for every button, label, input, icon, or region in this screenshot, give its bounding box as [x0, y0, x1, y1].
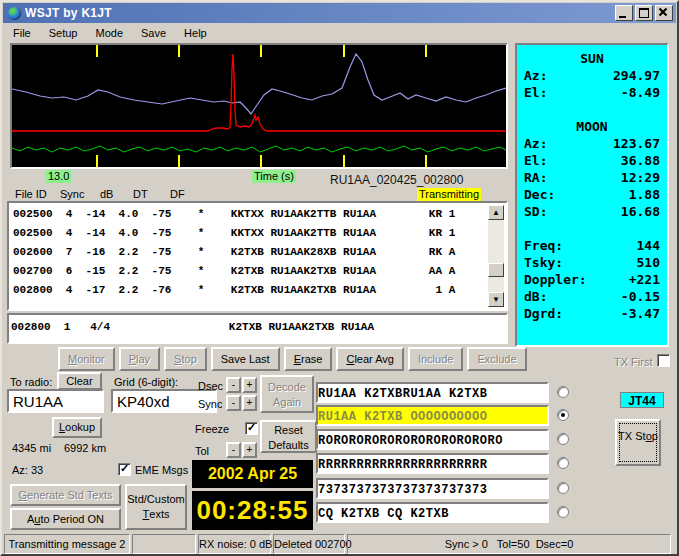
message-field-3[interactable]: RORORORORORORORORORORORO [316, 429, 549, 450]
distance-miles: 4345 mi [12, 442, 51, 454]
dsec-label: Dsec [198, 380, 223, 392]
doppler-label: Doppler: [524, 271, 587, 288]
generate-std-texts-button: Generate Std Texts [10, 484, 121, 506]
scroll-up-icon[interactable]: ▲ [488, 205, 504, 220]
message-field-2[interactable]: RU1AA K2TXB OOOOOOOOOO [316, 405, 549, 426]
message-field-5[interactable]: 7373737373737373737373 [316, 478, 549, 499]
menu-help[interactable]: Help [175, 25, 216, 42]
sync-label: Sync [198, 398, 222, 410]
clear-callsign-button[interactable]: Clear [57, 372, 102, 390]
menubar: File Setup Mode Save Help [4, 25, 675, 42]
close-button[interactable] [655, 5, 673, 21]
col-header-dt: DT [133, 188, 148, 200]
message-radio-5[interactable] [557, 482, 569, 494]
auto-period-button[interactable]: Auto Period ON [10, 508, 121, 530]
maximize-button[interactable] [635, 5, 653, 21]
grid-label: Grid (6-digit): [114, 376, 178, 388]
erase-button[interactable]: Erase [284, 347, 333, 371]
clear-avg-button[interactable]: Clear Avg [336, 347, 404, 371]
tsky-value: 510 [637, 254, 660, 271]
tx-first-checkbox[interactable] [657, 354, 670, 367]
scroll-down-icon[interactable]: ▼ [488, 292, 504, 307]
list-scrollbar[interactable]: ▲ ▼ [488, 205, 504, 307]
moon-ra-value: 12:29 [621, 169, 660, 186]
main-toolbar: Monitor Play Stop Save Last Erase Clear … [58, 347, 527, 371]
mode-badge: JT44 [620, 392, 664, 408]
graph-axis-label: Time (s) [252, 170, 296, 183]
message-radio-3[interactable] [557, 433, 569, 445]
status-rx-noise: RX noise: 0 dB [198, 534, 271, 554]
status-deleted: Deleted 002700 [273, 534, 345, 554]
scroll-thumb[interactable] [488, 263, 504, 277]
sync-plus-button[interactable]: + [242, 395, 257, 411]
save-last-button[interactable]: Save Last [211, 347, 280, 371]
decoded-row[interactable]: 002600 7 -16 2.2 -75 * K2TXB RU1AAK28XB … [11, 243, 488, 262]
sun-az-value: 294.97 [613, 67, 660, 84]
graph-svg [12, 45, 506, 167]
freeze-checkbox[interactable] [245, 422, 258, 435]
average-row: 002800 1 4/4 K2TXB RU1AAK2TXB RU1AA [9, 315, 506, 337]
sun-az-label: Az: [524, 67, 547, 84]
tol-plus-button[interactable]: + [242, 442, 257, 458]
moon-dec-value: 1.88 [629, 186, 660, 203]
window-title: WSJT by K1JT [25, 6, 615, 20]
freeze-label: Freeze [195, 423, 229, 435]
sun-el-label: El: [524, 84, 547, 101]
col-header-sync: Sync [60, 188, 84, 200]
tol-minus-button[interactable]: - [226, 442, 241, 458]
moon-dec-label: Dec: [524, 186, 555, 203]
app-globe-icon [8, 7, 21, 20]
moon-ra-label: RA: [524, 169, 547, 186]
message-radio-1[interactable] [557, 386, 569, 398]
message-field-1[interactable]: RU1AA K2TXBRU1AA K2TXB [316, 382, 549, 403]
exclude-button: Exclude [467, 347, 526, 371]
monitor-button: Monitor [58, 347, 115, 371]
reset-defaults-button[interactable]: Reset Defaults [260, 420, 317, 453]
lookup-button[interactable]: Lookup [52, 417, 102, 438]
dsec-minus-button[interactable]: - [226, 377, 241, 393]
sync-minus-button[interactable]: - [226, 395, 241, 411]
db-label: dB: [524, 288, 547, 305]
maximize-icon [639, 8, 649, 18]
message-field-4[interactable]: RRRRRRRRRRRRRRRRRRRRRR [316, 453, 549, 474]
moon-az-label: Az: [524, 135, 547, 152]
azimuth-label: Az: 33 [12, 464, 43, 476]
decoded-row[interactable]: 002800 4 -17 2.2 -76 * K2TXB RU1AAK2TXB … [11, 281, 488, 300]
moon-sd-value: 16.68 [621, 203, 660, 220]
menu-setup[interactable]: Setup [40, 25, 87, 42]
moon-el-value: 36.88 [621, 152, 660, 169]
callsign-input[interactable]: RU1AA [7, 389, 104, 413]
tx-stop-button[interactable]: TX Stop [615, 419, 661, 466]
tsky-label: Tsky: [524, 254, 563, 271]
message-radio-6[interactable] [557, 506, 569, 518]
menu-mode[interactable]: Mode [86, 25, 132, 42]
decoded-row[interactable]: 002500 4 -14 4.0 -75 * KKTXX RU1AAK2TTB … [11, 205, 488, 224]
time-display: 00:28:55 [192, 491, 313, 530]
freq-value: 144 [637, 237, 660, 254]
message-field-6[interactable]: CQ K2TXB CQ K2TXB [316, 502, 549, 523]
eme-msgs-label: EME Msgs [135, 464, 188, 476]
db-value: -0.15 [621, 288, 660, 305]
sun-el-value: -8.49 [621, 84, 660, 101]
dgrd-label: Dgrd: [524, 305, 563, 322]
distance-km: 6992 km [64, 442, 106, 454]
decode-again-button: Decode Again [260, 375, 314, 413]
status-empty [132, 534, 196, 554]
average-box: 002800 1 4/4 K2TXB RU1AAK2TXB RU1AA [7, 313, 508, 344]
col-header-file-id: File ID [15, 188, 47, 200]
minimize-button[interactable] [615, 5, 633, 21]
menu-file[interactable]: File [4, 25, 40, 42]
message-radio-4[interactable] [557, 457, 569, 469]
decoded-row[interactable]: 002700 6 -15 2.2 -75 * K2TXB RU1AAK2TXB … [11, 262, 488, 281]
dsec-plus-button[interactable]: + [242, 377, 257, 393]
freq-label: Freq: [524, 237, 563, 254]
std-custom-texts-button[interactable]: Std/Custom Texts [125, 484, 187, 530]
tol-label: Tol [195, 445, 209, 457]
eme-msgs-checkbox[interactable] [118, 463, 131, 476]
menu-save[interactable]: Save [132, 25, 175, 42]
message-radio-2[interactable] [557, 409, 569, 421]
moon-title: MOON [524, 118, 660, 135]
dgrd-value: -3.47 [621, 305, 660, 322]
moon-az-value: 123.67 [613, 135, 660, 152]
decoded-row[interactable]: 002500 4 -14 4.0 -75 * KKTXX RU1AAK2TTB … [11, 224, 488, 243]
